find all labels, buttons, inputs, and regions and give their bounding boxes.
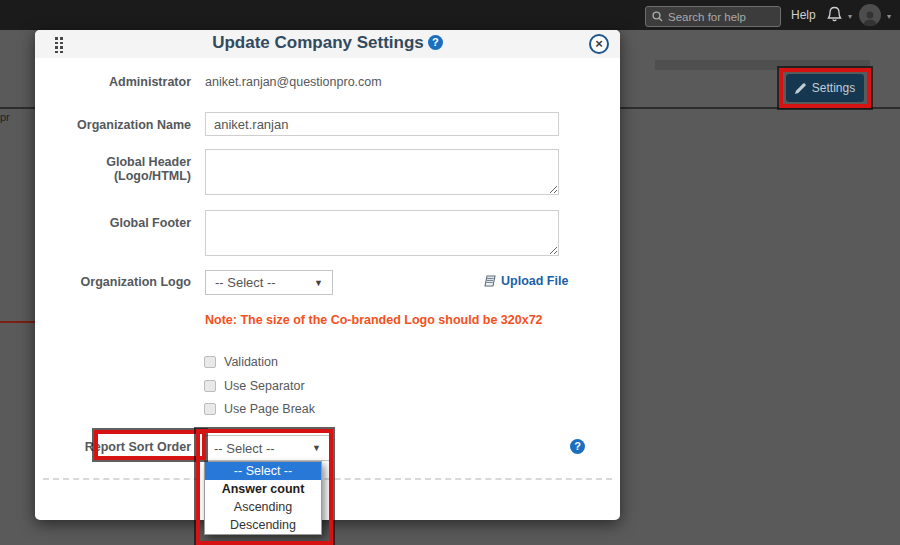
report-sort-order-select[interactable]: -- Select -- ▼ [204,435,331,461]
organization-name-label: Organization Name [45,118,191,132]
select-caret-icon: ▼ [312,443,321,453]
dimmed-page-strip [655,60,870,70]
use-page-break-checkbox-row[interactable]: Use Page Break [204,402,315,416]
notifications-caret-down-icon[interactable]: ▾ [848,12,852,21]
dropdown-option-ascending[interactable]: Ascending [205,498,321,516]
title-help-icon[interactable]: ? [428,35,443,50]
organization-name-input[interactable] [205,112,559,136]
use-page-break-checkbox[interactable] [204,403,216,415]
account-caret-down-icon[interactable]: ▾ [887,12,891,21]
logo-size-note: Note: The size of the Co-branded Logo sh… [205,313,543,327]
dropdown-option-answer-count[interactable]: Answer count [205,480,321,498]
upload-file-link[interactable]: Upload File [483,274,568,288]
global-header-textarea[interactable] [205,149,559,195]
use-separator-checkbox-row[interactable]: Use Separator [204,379,305,393]
search-input[interactable] [668,11,774,23]
modal-title: Update Company Settings? [35,33,620,53]
administrator-label: Administrator [45,75,191,89]
global-footer-label: Global Footer [45,216,191,230]
update-company-settings-modal: Update Company Settings? × Administrator… [35,30,620,520]
global-footer-textarea[interactable] [205,210,559,256]
close-icon[interactable]: × [589,34,609,54]
modal-header: Update Company Settings? × [35,30,620,58]
help-link[interactable]: Help [791,0,816,30]
report-sort-order-label: Report Sort Order [45,440,191,454]
dimmed-page-red-divider [0,321,35,323]
notification-bell-icon[interactable] [826,6,843,28]
top-bar: Help ▾ ▾ [0,0,900,30]
settings-button-label: Settings [812,81,855,95]
dropdown-option-descending[interactable]: Descending [205,516,321,534]
validation-checkbox-row[interactable]: Validation [204,355,278,369]
select-caret-icon: ▼ [314,278,323,288]
pencil-icon [795,83,806,94]
global-header-label: Global Header (Logo/HTML) [45,155,191,183]
report-sort-order-dropdown-list: -- Select -- Answer count Ascending Desc… [204,461,322,535]
clipped-background-text: pr [0,111,10,123]
upload-file-icon [483,275,496,287]
administrator-value: aniket.ranjan@questionpro.com [205,75,382,89]
validation-checkbox-label: Validation [224,355,278,369]
validation-checkbox[interactable] [204,356,216,368]
organization-logo-select-value: -- Select -- [215,275,276,290]
use-separator-checkbox-label: Use Separator [224,379,305,393]
dropdown-option-select[interactable]: -- Select -- [205,462,321,480]
search-icon [652,11,663,22]
search-box[interactable] [645,6,781,27]
user-avatar[interactable] [859,4,881,26]
upload-file-label: Upload File [501,274,568,288]
use-separator-checkbox[interactable] [204,380,216,392]
organization-logo-select[interactable]: -- Select -- ▼ [205,270,333,295]
modal-footer-divider [43,478,612,480]
settings-button[interactable]: Settings [786,74,864,102]
report-sort-order-help-icon[interactable]: ? [570,439,585,454]
use-page-break-checkbox-label: Use Page Break [224,402,315,416]
organization-logo-label: Organization Logo [45,275,191,289]
report-sort-order-select-value: -- Select -- [214,441,275,456]
